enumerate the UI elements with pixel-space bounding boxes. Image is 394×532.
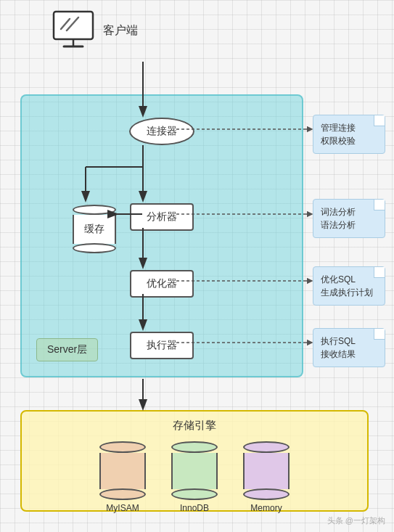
- monitor-icon: [51, 9, 96, 52]
- cache-node: 缓存: [73, 205, 116, 253]
- client-area: 客户端: [51, 9, 138, 52]
- server-layer-label: Server层: [36, 338, 98, 361]
- engine-myisam: MyISAM: [99, 441, 146, 513]
- note-analyzer: 词法分析语法分析: [313, 199, 385, 238]
- analyzer-node: 分析器: [130, 203, 194, 231]
- optimizer-node: 优化器: [130, 270, 194, 298]
- page: 客户端 Server层 连接器 缓存 分析器 优化器 执行器 管理连接权限校验: [0, 0, 394, 532]
- engine-memory: Memory: [243, 441, 290, 513]
- connector-node: 连接器: [129, 118, 194, 145]
- executor-node: 执行器: [130, 332, 194, 359]
- server-box: Server层 连接器 缓存 分析器 优化器 执行器: [20, 94, 303, 377]
- storage-box: 存储引擎 MyISAM InnoDB Memory: [20, 410, 369, 512]
- note-optimizer: 优化SQL生成执行计划: [313, 266, 385, 306]
- client-label: 客户端: [103, 23, 138, 38]
- storage-engines: MyISAM InnoDB Memory: [99, 441, 290, 513]
- svg-rect-17: [54, 12, 93, 39]
- watermark: 头条 @一灯架构: [327, 515, 385, 526]
- note-executor: 执行SQL接收结果: [313, 328, 385, 367]
- storage-title: 存储引擎: [173, 419, 216, 433]
- engine-innodb: InnoDB: [171, 441, 218, 513]
- note-connector: 管理连接权限校验: [313, 115, 385, 154]
